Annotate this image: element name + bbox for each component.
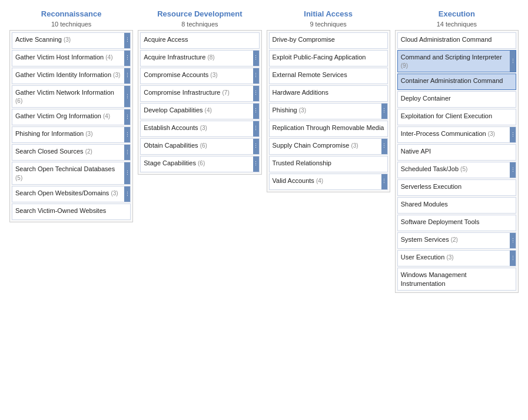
technique-label: Phishing (3) [270, 104, 381, 119]
expand-handle[interactable] [381, 174, 387, 189]
technique-label: Compromise Accounts (3) [141, 68, 253, 84]
technique-item[interactable]: Inter-Process Communication (3) [397, 126, 516, 143]
technique-item[interactable]: Search Open Websites/Domains (3) [12, 186, 131, 202]
column-subtitle-reconnaissance: 10 techniques [9, 21, 133, 28]
column-subtitle-execution: 14 techniques [395, 21, 519, 28]
technique-item[interactable]: Native API [397, 144, 516, 161]
technique-item[interactable]: Deploy Container [397, 91, 516, 108]
expand-handle[interactable] [124, 51, 130, 66]
technique-item[interactable]: Compromise Infrastructure (7) [140, 85, 259, 102]
expand-handle[interactable] [253, 104, 259, 119]
technique-item[interactable]: Trusted Relationship [269, 156, 388, 172]
technique-label: Shared Modules [398, 198, 516, 213]
expand-handle[interactable] [253, 86, 259, 101]
expand-handle[interactable] [510, 162, 516, 178]
technique-item[interactable]: Exploitation for Client Execution [397, 109, 516, 125]
column-header-initial-access: Initial Access9 techniques [267, 9, 390, 28]
expand-handle[interactable] [510, 51, 516, 72]
expand-handle[interactable] [124, 127, 130, 142]
technique-count: (3) [113, 72, 120, 78]
expand-handle[interactable] [510, 233, 516, 248]
technique-item[interactable]: Acquire Access [140, 32, 259, 49]
expand-handle[interactable] [124, 162, 130, 184]
technique-label: Deploy Container [398, 92, 516, 107]
technique-item[interactable]: Compromise Accounts (3) [140, 68, 259, 84]
technique-item[interactable]: System Services (2) [397, 232, 516, 249]
expand-handle[interactable] [124, 33, 130, 48]
technique-item[interactable]: Command and Scripting Interpreter (9) [397, 50, 516, 73]
mitre-attack-matrix: Reconnaissance10 techniquesActive Scanni… [9, 9, 519, 293]
column-header-reconnaissance: Reconnaissance10 techniques [9, 9, 133, 28]
technique-item[interactable]: Serverless Execution [397, 179, 516, 196]
technique-label: Search Open Websites/Domains (3) [12, 186, 124, 202]
technique-item[interactable]: Gather Victim Org Information (4) [12, 109, 131, 125]
technique-item[interactable]: External Remote Services [269, 68, 388, 84]
expand-handle[interactable] [253, 156, 259, 172]
technique-label: Gather Victim Org Information (4) [12, 109, 124, 125]
technique-item[interactable]: Container Administration Command [397, 74, 516, 90]
expand-handle[interactable] [253, 139, 259, 154]
technique-item[interactable]: Search Open Technical Databases (5) [12, 162, 131, 185]
expand-handle[interactable] [124, 109, 130, 125]
column-header-resource-development: Resource Development8 techniques [138, 9, 261, 28]
technique-item[interactable]: Gather Victim Network Information (6) [12, 85, 131, 108]
expand-handle[interactable] [253, 121, 259, 136]
technique-item[interactable]: Active Scanning (3) [12, 32, 131, 49]
technique-count: (3) [210, 72, 217, 78]
technique-count: (7) [223, 89, 230, 96]
technique-item[interactable]: Hardware Additions [269, 85, 388, 102]
expand-handle[interactable] [124, 86, 130, 108]
technique-item[interactable]: Exploit Public-Facing Application [269, 50, 388, 66]
expand-handle[interactable] [124, 145, 130, 160]
technique-item[interactable]: Scheduled Task/Job (5) [397, 162, 516, 178]
technique-label: Exploit Public-Facing Application [270, 51, 387, 66]
technique-count: (3) [64, 36, 71, 43]
expand-handle[interactable] [124, 68, 130, 84]
techniques-list-reconnaissance: Active Scanning (3)Gather Victim Host In… [9, 30, 133, 222]
column-subtitle-resource-development: 8 techniques [138, 21, 261, 28]
expand-handle[interactable] [253, 51, 259, 66]
technique-item[interactable]: Develop Capabilities (4) [140, 103, 259, 119]
technique-item[interactable]: Stage Capabilities (6) [140, 156, 259, 172]
technique-label: System Services (2) [398, 233, 510, 248]
technique-label: Native API [398, 145, 516, 160]
technique-label: User Execution (3) [398, 251, 510, 266]
technique-item[interactable]: Valid Accounts (4) [269, 174, 388, 190]
technique-label: Search Victim-Owned Websites [12, 204, 130, 219]
technique-item[interactable]: Gather Victim Identity Information (3) [12, 68, 131, 84]
technique-item[interactable]: User Execution (3) [397, 250, 516, 266]
technique-item[interactable]: Cloud Administration Command [397, 32, 516, 49]
technique-count: (3) [488, 131, 495, 137]
expand-handle[interactable] [381, 104, 387, 119]
technique-count: (5) [460, 166, 467, 172]
expand-handle[interactable] [124, 186, 130, 202]
technique-item[interactable]: Search Victim-Owned Websites [12, 204, 131, 220]
technique-count: (3) [446, 254, 453, 261]
technique-item[interactable]: Replication Through Removable Media [269, 121, 388, 137]
technique-item[interactable]: Establish Accounts (3) [140, 121, 259, 137]
technique-item[interactable]: Software Deployment Tools [397, 215, 516, 231]
expand-handle[interactable] [510, 251, 516, 266]
expand-handle[interactable] [381, 139, 387, 154]
technique-count: (3) [85, 131, 92, 137]
technique-label: External Remote Services [270, 68, 387, 84]
expand-handle[interactable] [510, 127, 516, 142]
technique-item[interactable]: Drive-by Compromise [269, 32, 388, 49]
technique-item[interactable]: Obtain Capabilities (6) [140, 138, 259, 155]
technique-item[interactable]: Supply Chain Compromise (3) [269, 138, 388, 155]
technique-label: Serverless Execution [398, 180, 516, 195]
technique-item[interactable]: Acquire Infrastructure (8) [140, 50, 259, 66]
expand-handle[interactable] [253, 68, 259, 84]
column-resource-development: Resource Development8 techniquesAcquire … [138, 9, 261, 293]
technique-label: Inter-Process Communication (3) [398, 127, 510, 142]
technique-item[interactable]: Phishing for Information (3) [12, 126, 131, 143]
technique-item[interactable]: Windows Management Instrumentation [397, 268, 516, 291]
technique-label: Stage Capabilities (6) [141, 156, 253, 172]
technique-item[interactable]: Phishing (3) [269, 103, 388, 119]
technique-item[interactable]: Gather Victim Host Information (4) [12, 50, 131, 66]
technique-item[interactable]: Shared Modules [397, 197, 516, 214]
technique-count: (6) [198, 160, 205, 166]
technique-label: Gather Victim Identity Information (3) [12, 68, 124, 84]
technique-item[interactable]: Search Closed Sources (2) [12, 144, 131, 161]
technique-label: Search Open Technical Databases (5) [12, 162, 124, 184]
